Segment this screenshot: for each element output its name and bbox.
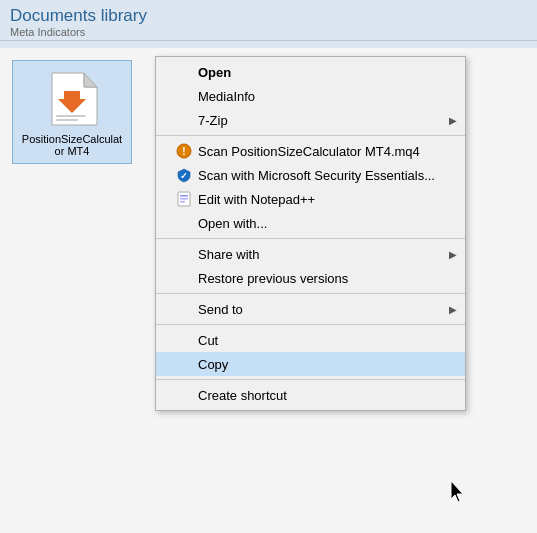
menu-label-scan-psc: Scan PositionSizeCalculator MT4.mq4 xyxy=(198,144,420,159)
menu-icon-spacer xyxy=(176,112,192,128)
menu-icon-spacer xyxy=(176,246,192,262)
menu-separator xyxy=(156,293,465,294)
library-header: Documents library Meta Indicators xyxy=(0,0,537,41)
library-subtitle: Meta Indicators xyxy=(10,26,527,38)
menu-label-create-shortcut: Create shortcut xyxy=(198,388,287,403)
menu-icon-spacer xyxy=(176,270,192,286)
menu-icon-spacer xyxy=(176,215,192,231)
svg-text:!: ! xyxy=(182,146,185,157)
menu-item-copy[interactable]: Copy xyxy=(156,352,465,376)
menu-separator xyxy=(156,135,465,136)
menu-icon-spacer xyxy=(176,356,192,372)
menu-label-restore-versions: Restore previous versions xyxy=(198,271,348,286)
svg-marker-1 xyxy=(84,73,97,87)
menu-label-copy: Copy xyxy=(198,357,228,372)
submenu-arrow-send-to: ▶ xyxy=(449,304,457,315)
menu-separator xyxy=(156,379,465,380)
svg-marker-12 xyxy=(451,481,463,502)
menu-item-mediainfo[interactable]: MediaInfo xyxy=(156,84,465,108)
menu-item-7zip[interactable]: 7-Zip▶ xyxy=(156,108,465,132)
menu-item-open[interactable]: Open xyxy=(156,60,465,84)
menu-icon-edit-notepad xyxy=(176,191,192,207)
menu-item-restore-versions[interactable]: Restore previous versions xyxy=(156,266,465,290)
submenu-arrow-share-with: ▶ xyxy=(449,249,457,260)
menu-item-send-to[interactable]: Send to▶ xyxy=(156,297,465,321)
file-icon-wrapper[interactable]: PositionSizeCalculator MT4 xyxy=(12,60,132,164)
submenu-arrow-7zip: ▶ xyxy=(449,115,457,126)
content-area: PositionSizeCalculator MT4 OpenMediaInfo… xyxy=(0,48,537,533)
menu-label-send-to: Send to xyxy=(198,302,243,317)
menu-label-share-with: Share with xyxy=(198,247,259,262)
svg-rect-3 xyxy=(56,115,86,117)
menu-icon-spacer xyxy=(176,88,192,104)
svg-rect-9 xyxy=(180,195,188,197)
menu-item-open-with[interactable]: Open with... xyxy=(156,211,465,235)
menu-icon-spacer xyxy=(176,64,192,80)
menu-label-mediainfo: MediaInfo xyxy=(198,89,255,104)
svg-text:✓: ✓ xyxy=(180,171,188,181)
menu-icon-spacer xyxy=(176,301,192,317)
menu-icon-scan-mse: ✓ xyxy=(176,167,192,183)
mouse-cursor xyxy=(451,481,469,503)
menu-item-share-with[interactable]: Share with▶ xyxy=(156,242,465,266)
menu-label-edit-notepad: Edit with Notepad++ xyxy=(198,192,315,207)
menu-label-open: Open xyxy=(198,65,231,80)
file-label: PositionSizeCalculator MT4 xyxy=(19,133,125,157)
menu-label-7zip: 7-Zip xyxy=(198,113,228,128)
menu-item-scan-psc[interactable]: !Scan PositionSizeCalculator MT4.mq4 xyxy=(156,139,465,163)
menu-item-cut[interactable]: Cut xyxy=(156,328,465,352)
menu-label-cut: Cut xyxy=(198,333,218,348)
menu-item-edit-notepad[interactable]: Edit with Notepad++ xyxy=(156,187,465,211)
menu-icon-scan-psc: ! xyxy=(176,143,192,159)
context-menu: OpenMediaInfo7-Zip▶!Scan PositionSizeCal… xyxy=(155,56,466,411)
menu-icon-spacer xyxy=(176,332,192,348)
library-title: Documents library xyxy=(10,6,527,26)
menu-separator xyxy=(156,324,465,325)
svg-rect-4 xyxy=(56,119,78,121)
menu-icon-spacer xyxy=(176,387,192,403)
svg-rect-10 xyxy=(180,198,188,200)
menu-item-create-shortcut[interactable]: Create shortcut xyxy=(156,383,465,407)
svg-rect-11 xyxy=(180,201,185,203)
menu-separator xyxy=(156,238,465,239)
menu-label-open-with: Open with... xyxy=(198,216,267,231)
menu-item-scan-mse[interactable]: ✓Scan with Microsoft Security Essentials… xyxy=(156,163,465,187)
file-icon xyxy=(42,69,102,129)
menu-label-scan-mse: Scan with Microsoft Security Essentials.… xyxy=(198,168,435,183)
